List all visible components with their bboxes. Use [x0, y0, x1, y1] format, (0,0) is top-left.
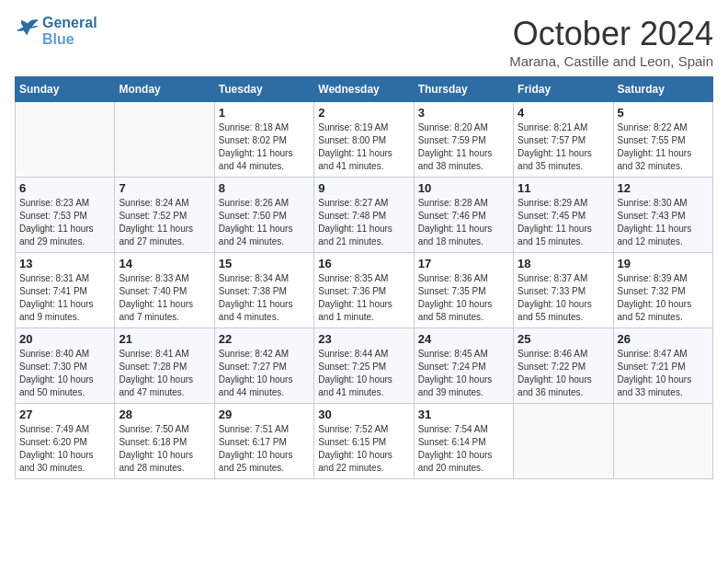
day-number: 16 — [318, 257, 409, 270]
day-info: Sunrise: 8:27 AM Sunset: 7:48 PM Dayligh… — [318, 197, 409, 248]
calendar-cell: 25Sunrise: 8:46 AM Sunset: 7:22 PM Dayli… — [514, 328, 613, 404]
day-number: 27 — [19, 408, 110, 421]
day-number: 17 — [418, 257, 509, 270]
calendar-cell: 21Sunrise: 8:41 AM Sunset: 7:28 PM Dayli… — [115, 328, 214, 404]
logo-text-blue: Blue — [42, 31, 97, 48]
day-info: Sunrise: 7:52 AM Sunset: 6:15 PM Dayligh… — [318, 423, 409, 475]
day-info: Sunrise: 8:20 AM Sunset: 7:59 PM Dayligh… — [418, 121, 509, 173]
day-number: 20 — [19, 332, 110, 346]
day-info: Sunrise: 8:28 AM Sunset: 7:46 PM Dayligh… — [418, 197, 509, 248]
calendar-cell: 31Sunrise: 7:54 AM Sunset: 6:14 PM Dayli… — [414, 404, 513, 479]
day-number: 30 — [318, 408, 409, 421]
day-number: 7 — [119, 181, 210, 195]
calendar-cell: 29Sunrise: 7:51 AM Sunset: 6:17 PM Dayli… — [214, 404, 313, 479]
day-info: Sunrise: 8:44 AM Sunset: 7:25 PM Dayligh… — [318, 348, 409, 399]
day-number: 8 — [219, 181, 310, 195]
weekday-header-thursday: Thursday — [414, 77, 513, 102]
day-info: Sunrise: 8:39 AM Sunset: 7:32 PM Dayligh… — [618, 272, 709, 324]
calendar-cell: 19Sunrise: 8:39 AM Sunset: 7:32 PM Dayli… — [613, 253, 712, 328]
calendar-cell: 4Sunrise: 8:21 AM Sunset: 7:57 PM Daylig… — [514, 102, 613, 178]
calendar-cell: 22Sunrise: 8:42 AM Sunset: 7:27 PM Dayli… — [214, 328, 313, 404]
day-number: 24 — [418, 332, 509, 346]
week-row-1: 1Sunrise: 8:18 AM Sunset: 8:02 PM Daylig… — [16, 102, 713, 178]
day-number: 22 — [219, 332, 310, 346]
day-number: 14 — [119, 257, 210, 270]
day-info: Sunrise: 8:45 AM Sunset: 7:24 PM Dayligh… — [418, 348, 509, 399]
day-number: 23 — [318, 332, 409, 346]
day-number: 11 — [518, 181, 609, 195]
day-info: Sunrise: 8:18 AM Sunset: 8:02 PM Dayligh… — [219, 121, 310, 173]
calendar-cell — [514, 404, 613, 479]
calendar-cell: 8Sunrise: 8:26 AM Sunset: 7:50 PM Daylig… — [214, 178, 313, 253]
calendar-cell — [613, 404, 712, 479]
week-row-2: 6Sunrise: 8:23 AM Sunset: 7:53 PM Daylig… — [16, 178, 713, 253]
day-number: 29 — [219, 408, 310, 421]
day-number: 1 — [219, 106, 310, 120]
calendar-cell: 13Sunrise: 8:31 AM Sunset: 7:41 PM Dayli… — [16, 253, 115, 328]
day-number: 3 — [418, 106, 509, 120]
day-info: Sunrise: 7:49 AM Sunset: 6:20 PM Dayligh… — [19, 423, 110, 475]
day-number: 12 — [618, 181, 709, 195]
day-info: Sunrise: 8:36 AM Sunset: 7:35 PM Dayligh… — [418, 272, 509, 324]
weekday-header-sunday: Sunday — [16, 77, 115, 102]
weekday-header-friday: Friday — [514, 77, 613, 102]
title-block: October 2024 Marana, Castille and Leon, … — [509, 15, 713, 69]
day-info: Sunrise: 8:23 AM Sunset: 7:53 PM Dayligh… — [19, 197, 110, 248]
day-info: Sunrise: 8:40 AM Sunset: 7:30 PM Dayligh… — [19, 348, 110, 399]
calendar-cell — [16, 102, 115, 178]
logo: General Blue — [15, 15, 97, 47]
calendar-cell: 6Sunrise: 8:23 AM Sunset: 7:53 PM Daylig… — [16, 178, 115, 253]
day-info: Sunrise: 8:24 AM Sunset: 7:52 PM Dayligh… — [119, 197, 210, 248]
calendar-cell: 17Sunrise: 8:36 AM Sunset: 7:35 PM Dayli… — [414, 253, 513, 328]
calendar-cell: 27Sunrise: 7:49 AM Sunset: 6:20 PM Dayli… — [16, 404, 115, 479]
calendar-cell: 12Sunrise: 8:30 AM Sunset: 7:43 PM Dayli… — [613, 178, 712, 253]
calendar-cell: 11Sunrise: 8:29 AM Sunset: 7:45 PM Dayli… — [514, 178, 613, 253]
calendar-cell: 30Sunrise: 7:52 AM Sunset: 6:15 PM Dayli… — [314, 404, 414, 479]
day-info: Sunrise: 8:42 AM Sunset: 7:27 PM Dayligh… — [219, 348, 310, 399]
calendar-cell: 9Sunrise: 8:27 AM Sunset: 7:48 PM Daylig… — [314, 178, 414, 253]
calendar-cell: 3Sunrise: 8:20 AM Sunset: 7:59 PM Daylig… — [414, 102, 513, 178]
day-info: Sunrise: 8:37 AM Sunset: 7:33 PM Dayligh… — [518, 272, 609, 324]
day-info: Sunrise: 8:47 AM Sunset: 7:21 PM Dayligh… — [618, 348, 709, 399]
day-info: Sunrise: 8:34 AM Sunset: 7:38 PM Dayligh… — [219, 272, 310, 324]
day-number: 21 — [119, 332, 210, 346]
calendar-cell: 1Sunrise: 8:18 AM Sunset: 8:02 PM Daylig… — [214, 102, 313, 178]
weekday-header-monday: Monday — [115, 77, 214, 102]
calendar-cell: 15Sunrise: 8:34 AM Sunset: 7:38 PM Dayli… — [214, 253, 313, 328]
weekday-header-row: SundayMondayTuesdayWednesdayThursdayFrid… — [16, 77, 713, 102]
day-number: 4 — [518, 106, 609, 120]
day-info: Sunrise: 8:41 AM Sunset: 7:28 PM Dayligh… — [119, 348, 210, 399]
day-number: 2 — [318, 106, 409, 120]
day-number: 6 — [19, 181, 110, 195]
day-number: 9 — [318, 181, 409, 195]
month-title: October 2024 — [509, 15, 713, 53]
calendar-cell: 2Sunrise: 8:19 AM Sunset: 8:00 PM Daylig… — [314, 102, 414, 178]
weekday-header-tuesday: Tuesday — [214, 77, 313, 102]
calendar-cell: 24Sunrise: 8:45 AM Sunset: 7:24 PM Dayli… — [414, 328, 513, 404]
day-number: 25 — [518, 332, 609, 346]
day-info: Sunrise: 8:21 AM Sunset: 7:57 PM Dayligh… — [518, 121, 609, 173]
calendar-cell: 10Sunrise: 8:28 AM Sunset: 7:46 PM Dayli… — [414, 178, 513, 253]
calendar-cell: 14Sunrise: 8:33 AM Sunset: 7:40 PM Dayli… — [115, 253, 214, 328]
day-info: Sunrise: 8:19 AM Sunset: 8:00 PM Dayligh… — [318, 121, 409, 173]
day-info: Sunrise: 8:22 AM Sunset: 7:55 PM Dayligh… — [618, 121, 709, 173]
location-subtitle: Marana, Castille and Leon, Spain — [509, 53, 713, 69]
day-number: 18 — [518, 257, 609, 270]
day-number: 19 — [618, 257, 709, 270]
day-info: Sunrise: 8:30 AM Sunset: 7:43 PM Dayligh… — [618, 197, 709, 248]
day-info: Sunrise: 7:54 AM Sunset: 6:14 PM Dayligh… — [418, 423, 509, 475]
calendar-cell: 26Sunrise: 8:47 AM Sunset: 7:21 PM Dayli… — [613, 328, 712, 404]
calendar-cell: 28Sunrise: 7:50 AM Sunset: 6:18 PM Dayli… — [115, 404, 214, 479]
day-info: Sunrise: 8:33 AM Sunset: 7:40 PM Dayligh… — [119, 272, 210, 324]
day-number: 15 — [219, 257, 310, 270]
calendar-cell: 5Sunrise: 8:22 AM Sunset: 7:55 PM Daylig… — [613, 102, 712, 178]
day-number: 31 — [418, 408, 509, 421]
day-number: 26 — [618, 332, 709, 346]
day-info: Sunrise: 8:29 AM Sunset: 7:45 PM Dayligh… — [518, 197, 609, 248]
calendar-table: SundayMondayTuesdayWednesdayThursdayFrid… — [15, 76, 713, 479]
day-number: 13 — [19, 257, 110, 270]
week-row-5: 27Sunrise: 7:49 AM Sunset: 6:20 PM Dayli… — [16, 404, 713, 479]
week-row-3: 13Sunrise: 8:31 AM Sunset: 7:41 PM Dayli… — [16, 253, 713, 328]
calendar-cell: 23Sunrise: 8:44 AM Sunset: 7:25 PM Dayli… — [314, 328, 414, 404]
day-info: Sunrise: 8:31 AM Sunset: 7:41 PM Dayligh… — [19, 272, 110, 324]
